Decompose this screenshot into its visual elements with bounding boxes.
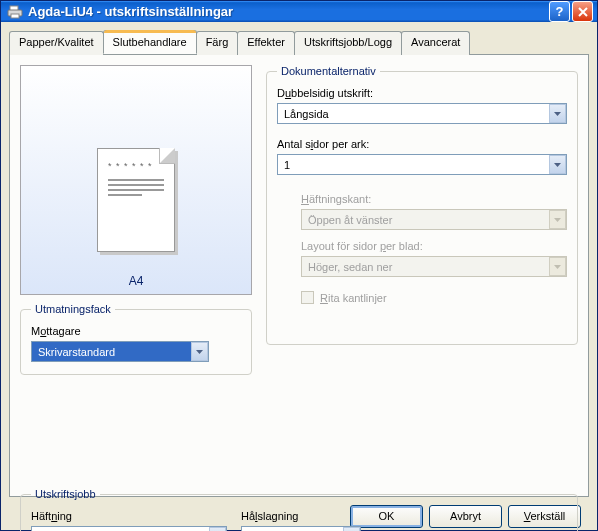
draw-borders-label: Rita kantlinjer [320, 292, 387, 304]
pages-per-sheet-select[interactable]: 1 [277, 154, 567, 175]
tab-finishing[interactable]: Slutbehandlare [103, 30, 197, 54]
tab-advanced[interactable]: Avancerat [401, 31, 470, 55]
page-layout-select: Höger, sedan ner [301, 256, 567, 277]
pages-per-sheet-label: Antal sidor per ark: [277, 138, 567, 150]
preview-page-icon: * * * * * * [97, 148, 175, 252]
chevron-down-icon[interactable] [343, 527, 360, 531]
output-tray-legend: Utmatningsfack [31, 303, 115, 315]
dialog-window: Agda-LiU4 - utskriftsinställningar ? Pap… [0, 0, 598, 531]
chevron-down-icon [549, 210, 566, 229]
draw-borders-checkbox: Rita kantlinjer [301, 291, 567, 304]
preview-format-label: A4 [129, 274, 144, 288]
titlebar[interactable]: Agda-LiU4 - utskriftsinställningar ? [1, 1, 597, 22]
group-output-tray: Utmatningsfack Mottagare Skrivarstandard [20, 303, 252, 375]
duplex-select[interactable]: Långsida [277, 103, 567, 124]
print-job-legend: Utskriftsjobb [31, 488, 100, 500]
tab-paper-quality[interactable]: Papper/Kvalitet [9, 31, 104, 55]
titlebar-help-button[interactable]: ? [549, 1, 570, 22]
doc-options-legend: Dokumentalternativ [277, 65, 380, 77]
page-preview: * * * * * * A4 [20, 65, 252, 295]
output-tray-select[interactable]: Skrivarstandard [31, 341, 209, 362]
punching-label: Hålslagning [241, 510, 361, 522]
group-document-options: Dokumentalternativ Dubbelsidig utskrift:… [266, 65, 578, 345]
duplex-label: Dubbelsidig utskrift: [277, 87, 567, 99]
window-title: Agda-LiU4 - utskriftsinställningar [28, 4, 547, 19]
punching-select[interactable]: Av [241, 526, 361, 531]
chevron-down-icon[interactable] [549, 104, 566, 123]
checkbox-box-icon [301, 291, 314, 304]
titlebar-close-button[interactable] [572, 1, 593, 22]
staple-edge-label: Häftningskant: [301, 193, 567, 205]
chevron-down-icon[interactable] [209, 527, 226, 531]
tab-effects[interactable]: Effekter [237, 31, 295, 55]
stapling-select[interactable]: Av [31, 526, 227, 531]
staple-edge-select: Öppen åt vänster [301, 209, 567, 230]
chevron-down-icon[interactable] [191, 342, 208, 361]
tab-strip: Papper/Kvalitet Slutbehandlare Färg Effe… [9, 30, 589, 54]
output-tray-label: Mottagare [31, 325, 241, 337]
tab-jobs-log[interactable]: Utskriftsjobb/Logg [294, 31, 402, 55]
tab-color[interactable]: Färg [196, 31, 239, 55]
printer-icon [7, 4, 23, 20]
client-area: Papper/Kvalitet Slutbehandlare Färg Effe… [1, 22, 597, 531]
group-print-job: Utskriftsjobb Häftning Av Hålslagning Av [20, 488, 578, 531]
svg-rect-2 [11, 14, 19, 18]
stapling-label: Häftning [31, 510, 227, 522]
page-layout-label: Layout för sidor per blad: [301, 240, 567, 252]
chevron-down-icon [549, 257, 566, 276]
chevron-down-icon[interactable] [549, 155, 566, 174]
tab-page-finishing: * * * * * * A4 Utmatningsfack Mottagare … [9, 54, 589, 497]
